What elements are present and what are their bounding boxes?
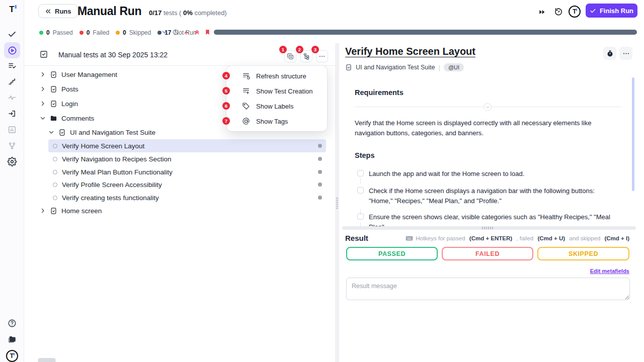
bookmark-marker-icon[interactable]	[204, 29, 211, 36]
tree-test-verify-home-screen-layout[interactable]: Verify Home Screen Layout	[48, 139, 326, 152]
step-connector	[360, 178, 361, 184]
failed-button[interactable]: FAILED	[442, 247, 533, 260]
test-status-radio[interactable]	[53, 144, 57, 148]
app-logo-icon: T	[9, 5, 14, 15]
edit-metafields-link[interactable]: Edit metafields	[590, 268, 629, 274]
chevron-right-icon[interactable]	[40, 86, 46, 92]
menu-item-refresh-structure[interactable]: 4 Refresh structure	[226, 68, 327, 83]
steps-nav-icon[interactable]	[8, 77, 17, 86]
help-icon[interactable]	[8, 319, 17, 328]
run-progress-bar	[214, 30, 637, 35]
step-text: Launch the app and wait for the Home scr…	[369, 169, 524, 179]
test-state-dot	[318, 183, 322, 187]
tour-badge-7: 7	[222, 117, 230, 125]
test-detail-panel: Verify Home Screen Layout UI and Navigat…	[339, 43, 644, 362]
tree-test-verify-creating-tests-functionality[interactable]: Verify creating tests functionality	[48, 191, 326, 204]
step-checkbox[interactable]	[357, 187, 364, 194]
chevron-right-icon[interactable]	[40, 208, 46, 214]
menu-item-label: Refresh structure	[256, 72, 306, 80]
tree-test-label: Verify Profile Screen Accessibility	[62, 181, 162, 189]
test-status-radio[interactable]	[53, 157, 57, 161]
tag-badge[interactable]: @UI	[444, 63, 464, 71]
completed-label: completed)	[194, 9, 226, 17]
file-check-icon	[345, 64, 352, 71]
detail-scrollbar[interactable]	[632, 77, 634, 191]
tree-title: Manual tests at 30 Sep 2025 13:22	[58, 51, 168, 59]
panel-splitter[interactable]	[335, 43, 339, 362]
page-title: Manual Run	[77, 5, 141, 18]
ellipsis-icon	[318, 53, 326, 60]
passed-dot-icon	[39, 31, 43, 35]
test-state-dot	[318, 170, 322, 174]
chevron-down-icon[interactable]	[48, 129, 54, 135]
tree-test-label: Verify creating tests functionality	[62, 194, 159, 202]
tour-badge-4: 4	[222, 72, 230, 79]
logo-badge-icon[interactable]: T	[6, 350, 18, 362]
git-branch-nav-icon[interactable]	[8, 141, 17, 150]
play-circle-icon	[8, 46, 17, 55]
pulse-nav-icon[interactable]	[8, 93, 17, 102]
tree-node-label: Home screen	[61, 207, 102, 215]
double-chevron-up-marker-icon[interactable]	[194, 29, 200, 36]
duplicate-run-button[interactable]	[284, 50, 296, 62]
menu-item-show-test-creation[interactable]: 5 Show Test Creation	[226, 83, 327, 99]
chevron-up-marker-icon[interactable]	[183, 29, 190, 36]
chevron-right-icon[interactable]	[40, 71, 46, 77]
settings-gear-icon[interactable]	[7, 157, 17, 166]
chevron-right-icon[interactable]	[40, 101, 46, 107]
tour-badge-1: 1	[279, 46, 287, 53]
menu-item-show-labels[interactable]: 6 Show Labels	[226, 99, 327, 114]
collapse-toggle[interactable]	[484, 103, 492, 111]
tree-test-verify-navigation-to-recipes-section[interactable]: Verify Navigation to Recipes Section	[48, 152, 326, 165]
result-message-input[interactable]	[346, 278, 630, 300]
org-logo-icon[interactable]: T	[569, 6, 581, 18]
test-state-dot	[318, 196, 322, 200]
chevron-down-icon[interactable]	[40, 115, 46, 121]
step-text: Check if the Home screen displays a navi…	[369, 186, 614, 206]
skipped-button[interactable]: SKIPPED	[537, 247, 629, 260]
back-to-runs-button[interactable]: Runs	[38, 4, 78, 18]
menu-item-show-tags[interactable]: 7 Show Tags	[226, 114, 327, 129]
marker-toolbar	[161, 29, 211, 36]
test-state-dot	[318, 157, 322, 161]
check-nav-icon[interactable]	[8, 30, 17, 39]
step-checkbox[interactable]	[357, 170, 364, 176]
list-check-nav-icon[interactable]	[8, 61, 17, 70]
stopwatch-icon	[606, 50, 614, 57]
circle-marker-icon[interactable]	[172, 29, 179, 36]
test-title[interactable]: Verify Home Screen Layout	[345, 46, 475, 57]
menu-item-label: Show Tags	[256, 118, 288, 125]
tag-icon	[242, 102, 250, 110]
test-status-radio[interactable]	[53, 196, 57, 200]
step-checkbox[interactable]	[357, 213, 364, 220]
tour-badge-5: 5	[222, 87, 230, 95]
tree-test-verify-profile-screen-accessibility[interactable]: Verify Profile Screen Accessibility	[48, 178, 326, 191]
fast-forward-icon[interactable]	[538, 8, 546, 16]
tests-label: tests (	[164, 9, 181, 17]
tree-test-label: Verify Navigation to Recipes Section	[62, 155, 172, 163]
tree-node-home-screen[interactable]: Home screen	[24, 204, 326, 217]
requirements-text: Verify that the Home screen is displayed…	[355, 118, 609, 138]
passed-button[interactable]: PASSED	[346, 247, 438, 260]
chart-nav-icon[interactable]	[8, 125, 17, 134]
finish-run-button[interactable]: Finish Run	[586, 4, 637, 18]
tree-node-label: Login	[61, 100, 78, 108]
tour-badge-2: 2	[296, 46, 303, 53]
double-chevron-left-icon	[45, 8, 51, 15]
test-status-radio[interactable]	[53, 183, 57, 187]
docs-icon[interactable]	[8, 335, 17, 344]
tree-test-verify-meal-plan-button-functionality[interactable]: Verify Meal Plan Button Functionality	[48, 165, 326, 178]
left-rail: T T	[0, 0, 24, 362]
suite-name[interactable]: UI and Navigation Test Suite	[356, 64, 435, 71]
menu-item-label: Show Labels	[256, 103, 293, 110]
detail-more-button[interactable]	[619, 47, 632, 60]
test-status-radio[interactable]	[53, 170, 57, 174]
stopwatch-button[interactable]	[603, 47, 616, 60]
runs-nav-active[interactable]	[4, 42, 20, 58]
steps-heading: Steps	[355, 151, 375, 159]
chevron-down-filter-icon[interactable]	[161, 29, 168, 36]
file-check-icon	[50, 71, 57, 78]
timer-icon[interactable]	[553, 7, 564, 17]
import-nav-icon[interactable]	[8, 109, 17, 118]
tests-percent: 0%	[183, 9, 193, 17]
